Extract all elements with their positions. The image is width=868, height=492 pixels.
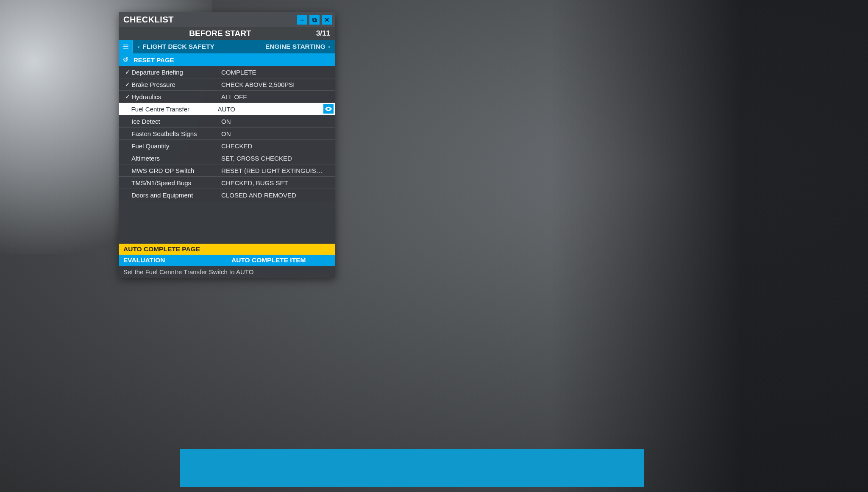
next-phase-button[interactable]: ENGINE STARTING › — [234, 40, 335, 53]
item-state: CHECK ABOVE 2,500PSI — [221, 81, 331, 88]
close-button[interactable]: ✕ — [322, 15, 332, 25]
checklist-empty-area — [119, 201, 335, 244]
checklist-item[interactable]: ✓HydraulicsALL OFF — [119, 91, 335, 103]
item-state: CHECKED — [221, 142, 331, 150]
checklist-item[interactable]: Fasten Seatbelts SignsON — [119, 128, 335, 140]
phase-name: BEFORE START — [124, 29, 316, 38]
item-state: CHECKED, BUGS SET — [221, 179, 331, 186]
item-name: Altimeters — [131, 155, 221, 162]
minimize-button[interactable]: – — [297, 15, 307, 25]
list-icon — [122, 43, 130, 50]
item-state: ON — [221, 118, 331, 125]
popout-button[interactable]: ⧉ — [309, 15, 320, 25]
eye-icon — [325, 106, 332, 111]
checklist-item[interactable]: Fuel QuantityCHECKED — [119, 140, 335, 152]
reset-page-label: RESET PAGE — [134, 56, 174, 64]
phase-nav: ‹ FLIGHT DECK SAFETY ENGINE STARTING › — [119, 40, 335, 53]
check-icon: ✓ — [123, 81, 131, 88]
check-icon: ✓ — [123, 69, 131, 75]
reset-page-button[interactable]: ↺ RESET PAGE — [119, 53, 335, 66]
next-phase-label: ENGINE STARTING — [265, 43, 326, 50]
checklist-item[interactable]: AltimetersSET, CROSS CHECKED — [119, 152, 335, 164]
cockpit-shadow — [550, 0, 868, 492]
item-name: Brake Pressure — [131, 81, 221, 88]
bottom-buttons: EVALUATION AUTO COMPLETE ITEM — [119, 255, 335, 266]
item-name: Fuel Centre Transfer — [131, 106, 218, 113]
minimize-icon: – — [300, 16, 304, 23]
prev-phase-button[interactable]: ‹ FLIGHT DECK SAFETY — [133, 40, 234, 53]
checklist-item[interactable]: Doors and EquipmentCLOSED AND REMOVED — [119, 189, 335, 201]
item-name: TMS/N1/Speed Bugs — [131, 179, 221, 186]
checklist-hint: Set the Fuel Cenntre Transfer Switch to … — [119, 266, 335, 278]
item-name: Ice Detect — [131, 118, 221, 125]
phase-bar: BEFORE START 3/11 — [119, 27, 335, 40]
panel-title: CHECKLIST — [123, 15, 297, 25]
locate-eye-button[interactable] — [323, 104, 334, 114]
item-state: ON — [221, 130, 331, 137]
checklist-items: ✓Departure BriefingCOMPLETE✓Brake Pressu… — [119, 66, 335, 201]
lower-blue-bar[interactable] — [180, 449, 644, 487]
checklist-item[interactable]: TMS/N1/Speed BugsCHECKED, BUGS SET — [119, 177, 335, 189]
item-name: Doors and Equipment — [131, 192, 221, 199]
item-name: Hydraulics — [131, 93, 221, 100]
window-controls: – ⧉ ✕ — [297, 15, 332, 25]
item-state: CLOSED AND REMOVED — [221, 192, 331, 199]
item-state: RESET (RED LIGHT EXTINGUIS… — [221, 167, 331, 174]
chevron-left-icon: ‹ — [135, 43, 142, 50]
item-state: ALL OFF — [221, 93, 331, 100]
item-name: Fasten Seatbelts Signs — [131, 130, 221, 137]
auto-complete-page-button[interactable]: AUTO COMPLETE PAGE — [119, 244, 335, 255]
item-state: COMPLETE — [221, 69, 331, 76]
reset-icon: ↺ — [122, 56, 129, 64]
panel-header[interactable]: CHECKLIST – ⧉ ✕ — [119, 12, 335, 27]
prev-phase-label: FLIGHT DECK SAFETY — [142, 43, 214, 50]
item-state: SET, CROSS CHECKED — [221, 155, 331, 162]
popout-icon: ⧉ — [312, 16, 317, 24]
close-icon: ✕ — [324, 16, 330, 24]
checklist-item[interactable]: Fuel Centre TransferAUTO — [119, 103, 335, 115]
item-name: Fuel Quantity — [131, 142, 221, 150]
phase-counter: 3/11 — [316, 29, 330, 38]
check-icon: ✓ — [123, 93, 131, 100]
auto-complete-item-button[interactable]: AUTO COMPLETE ITEM — [227, 255, 335, 266]
item-name: MWS GRD OP Switch — [131, 167, 221, 174]
checklist-item[interactable]: MWS GRD OP SwitchRESET (RED LIGHT EXTING… — [119, 164, 335, 177]
checklist-item[interactable]: ✓Departure BriefingCOMPLETE — [119, 66, 335, 78]
item-state: AUTO — [218, 106, 323, 113]
evaluation-button[interactable]: EVALUATION — [119, 255, 227, 266]
checklist-menu-button[interactable] — [119, 40, 133, 53]
checklist-item[interactable]: Ice DetectON — [119, 115, 335, 128]
chevron-right-icon: › — [326, 43, 333, 50]
item-name: Departure Briefing — [131, 69, 221, 76]
checklist-item[interactable]: ✓Brake PressureCHECK ABOVE 2,500PSI — [119, 78, 335, 91]
checklist-panel: CHECKLIST – ⧉ ✕ BEFORE START 3/11 ‹ FLIG… — [119, 12, 335, 278]
